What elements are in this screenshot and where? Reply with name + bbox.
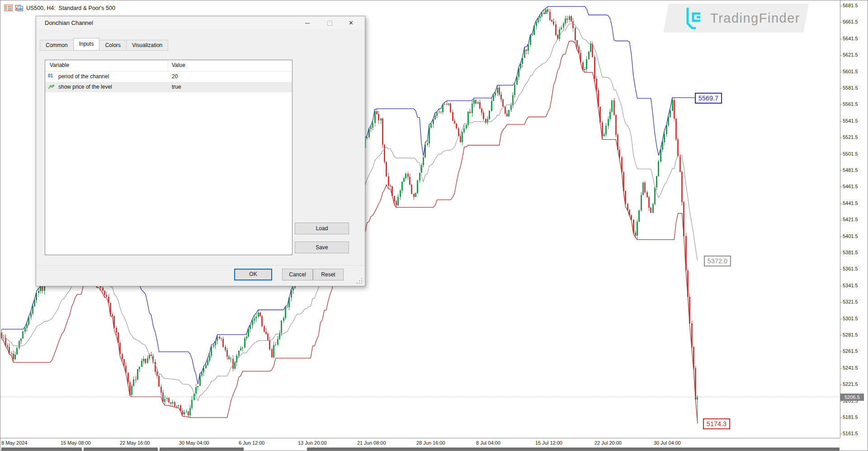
price-tick-label: 5641.5 (843, 36, 858, 41)
tab-visualization[interactable]: Visualization (126, 40, 168, 51)
table-header: Variable Value (45, 60, 292, 71)
price-tick-label: 5221.5 (843, 381, 858, 387)
resize-grip-icon[interactable] (357, 278, 363, 285)
mt5-chart-window: { "window": { "symbol_header": "US500, H… (0, 0, 868, 451)
price-tick-label: 5301.5 (843, 316, 858, 321)
chart-file-icon[interactable] (15, 5, 24, 13)
upper-band-price-label: 5569.7 (695, 93, 722, 104)
dialog-title: Donchian Channel (45, 19, 93, 26)
price-tick-label: 5621.5 (843, 52, 858, 57)
reset-button[interactable]: Reset (313, 269, 344, 280)
time-tick-label: 6 Jun 12:00 (239, 440, 265, 446)
load-button[interactable]: Load (295, 223, 349, 234)
watermark-text: TradingFinder (710, 11, 800, 26)
time-tick-label: 22 Jul 20:00 (594, 440, 622, 446)
price-tick-label: 5181.5 (843, 414, 858, 420)
lower-band-price-label: 5174.3 (703, 418, 730, 429)
price-tick-label: 5161.5 (843, 431, 858, 436)
price-tick-label: 5441.5 (843, 200, 858, 206)
column-header-variable: Variable (50, 62, 69, 68)
close-icon[interactable]: ✕ (341, 16, 361, 30)
price-tick-label: 5361.5 (843, 266, 858, 271)
price-tick-label: 5661.5 (843, 19, 858, 24)
minimize-icon[interactable] (297, 16, 317, 30)
price-tick-label: 5541.5 (843, 118, 858, 123)
price-tick-label: 5381.5 (843, 250, 858, 255)
table-row-period[interactable]: 01 period of the channel 20 (45, 71, 292, 82)
numeric-param-icon: 01 (48, 73, 56, 80)
time-axis[interactable]: 8 May 202415 May 08:0022 May 16:0030 May… (0, 438, 840, 448)
price-tick-label: 5341.5 (843, 283, 858, 288)
middle-band-price-label: 5372.0 (704, 256, 731, 266)
table-row-show-price[interactable]: show price of the level true (45, 82, 292, 92)
price-tick-label: 5321.5 (843, 299, 858, 304)
price-tick-label: 5601.5 (843, 69, 858, 74)
time-tick-label: 21 Jun 08:00 (357, 440, 386, 446)
tab-common[interactable]: Common (40, 40, 74, 51)
ok-button[interactable]: OK (234, 269, 272, 280)
minimized-panel-segment (84, 447, 158, 451)
param-value[interactable]: 20 (172, 73, 178, 80)
dialog-tabs: Common Inputs Colors Visualization (40, 40, 168, 51)
time-tick-label: 22 May 16:00 (120, 440, 150, 446)
tradingfinder-watermark: TradingFinder (661, 3, 811, 33)
price-tick-label: 5401.5 (843, 233, 858, 239)
time-tick-label: 30 May 04:00 (179, 440, 209, 446)
time-tick-label: 28 Jun 16:00 (416, 440, 445, 446)
save-button[interactable]: Save (295, 242, 349, 253)
tradingfinder-logo-icon (680, 6, 705, 30)
price-tick-label: 5561.5 (843, 101, 858, 107)
minimized-panel-segment (160, 447, 244, 451)
current-price-marker: 5206.5 (840, 394, 864, 401)
bool-param-icon (48, 84, 56, 90)
dialog-separator (36, 265, 365, 266)
price-tick-label: 5581.5 (843, 85, 858, 90)
tab-colors[interactable]: Colors (99, 40, 127, 51)
price-tick-label: 5461.5 (843, 184, 858, 189)
param-name: period of the channel (58, 73, 109, 80)
dialog-titlebar[interactable]: Donchian Channel ✕ (36, 16, 365, 30)
quotes-table-icon[interactable] (4, 5, 13, 13)
price-tick-label: 5241.5 (843, 365, 858, 370)
price-tick-label: 5521.5 (843, 134, 858, 140)
price-tick-label: 5681.5 (843, 3, 858, 8)
price-tick-label: 5501.5 (843, 151, 858, 157)
tab-inputs[interactable]: Inputs (73, 38, 100, 51)
price-axis[interactable]: 5681.55661.55641.55621.55601.55581.55561… (840, 0, 868, 438)
param-name: show price of the level (58, 84, 112, 90)
cancel-button[interactable]: Cancel (282, 269, 313, 280)
price-tick-label: 5261.5 (843, 348, 858, 354)
symbol-header: US500, H4: Standard & Poor's 500 (26, 5, 115, 11)
time-tick-label: 15 May 08:00 (61, 440, 91, 446)
time-tick-label: 13 Jun 20:00 (298, 440, 327, 446)
price-tick-label: 5481.5 (843, 167, 858, 173)
column-header-value: Value (172, 62, 185, 68)
minimized-panel-segment (307, 447, 840, 451)
price-tick-label: 5281.5 (843, 332, 858, 337)
inputs-table: Variable Value 01 period of the channel … (45, 60, 292, 255)
price-tick-label: 5421.5 (843, 217, 858, 222)
time-tick-label: 15 Jul 12:00 (535, 440, 562, 446)
time-tick-label: 8 Jul 04:00 (476, 440, 500, 446)
maximize-icon (320, 16, 340, 30)
donchian-channel-dialog: Donchian Channel ✕ Common Inputs Colors … (36, 16, 365, 286)
time-tick-label: 8 May 2024 (1, 440, 27, 446)
minimized-panel-segment (1, 447, 82, 451)
time-tick-label: 30 Jul 04:00 (654, 440, 681, 446)
param-value[interactable]: true (172, 84, 181, 90)
